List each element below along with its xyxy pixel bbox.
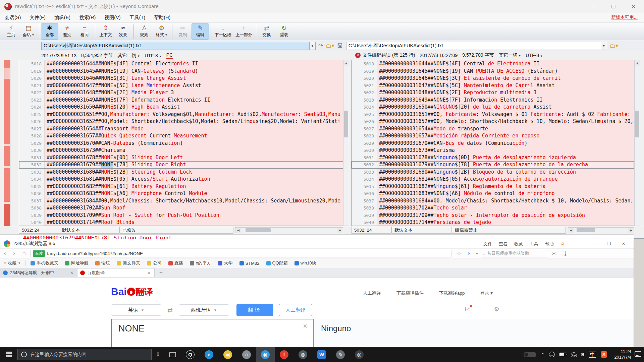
right-vertical-scrollbar[interactable]: ▲ bbox=[634, 60, 640, 226]
open-folder-icon[interactable]: 🗀▾ bbox=[610, 42, 619, 49]
sogou-icon[interactable]: S bbox=[601, 351, 607, 358]
editor-row-5038[interactable]: 5038##00000000031702##Techo solar bbox=[352, 204, 634, 212]
bookmark-item-9[interactable]: QQ邮箱 bbox=[263, 260, 291, 266]
browser-menu-2[interactable]: 收藏 bbox=[512, 241, 526, 247]
editor-row-5033[interactable]: 5033##00000000031680##NONE$[2B] Steering… bbox=[19, 169, 349, 176]
bookmark-item-5[interactable]: 直播 bbox=[165, 260, 186, 266]
new-version-link[interactable]: 新版本可用... bbox=[611, 14, 638, 20]
hot-search-box[interactable]: ⌕ 昔日恩师患重病获资助 bbox=[481, 250, 548, 257]
editor-row-5020[interactable]: 5020##00000000031646##NONE$[3C] El asist… bbox=[352, 75, 634, 82]
browser-titlebar[interactable]: 2345加速浏览器 8.6 文件查看收藏工具帮助 🕭 ─ ❐ ✕ bbox=[0, 239, 634, 249]
file-explorer-icon[interactable]: ▣ bbox=[218, 347, 237, 362]
baidu-header-link-1[interactable]: 下载翻译插件 bbox=[396, 290, 424, 296]
bc-menu-item-4[interactable]: 视图(V) bbox=[100, 14, 125, 21]
browser-menu-4[interactable]: 帮助 bbox=[542, 241, 556, 247]
left-scroll-thumb[interactable] bbox=[344, 111, 348, 137]
toolbar-button-16[interactable]: ↓下一区段 bbox=[213, 23, 233, 40]
scroll-left-icon[interactable]: ◀ bbox=[235, 228, 241, 233]
store-icon[interactable]: ⌂ bbox=[237, 347, 256, 362]
editor-row-5025[interactable]: 5025##00000000031651##00, Fabricante: Vo… bbox=[352, 111, 634, 118]
bookmark-item-2[interactable]: 论坛 bbox=[92, 260, 113, 266]
editor-row-5032[interactable]: 5032##00000000031679##NONE$[78] Sliding … bbox=[19, 161, 349, 169]
minimize-button[interactable]: ─ bbox=[583, 0, 603, 13]
taskbar-clock[interactable]: 11:24 2017/7/4 bbox=[614, 349, 631, 360]
scroll-left-icon[interactable]: ◀ bbox=[568, 228, 574, 233]
hidden-icons-chevron[interactable]: ⌃ bbox=[541, 352, 544, 357]
right-editor-pane[interactable]: 5018##00000000031644##NONE$[4F] Central … bbox=[351, 60, 634, 226]
save-icon[interactable]: 🖫 bbox=[337, 43, 343, 49]
toolbar-button-13[interactable]: ⇨复制 bbox=[174, 23, 192, 40]
toolbar-button-3[interactable]: ✱全部 bbox=[41, 23, 58, 40]
toolbar-button-17[interactable]: ↑上一部分 bbox=[233, 23, 254, 40]
bookmark-item-3[interactable]: 新文件夹 bbox=[113, 260, 144, 266]
forward-icon[interactable]: › bbox=[9, 250, 18, 256]
editor-row-5031[interactable]: 5031##00000000031678##Ninguno$[0D] Puert… bbox=[352, 154, 634, 162]
editor-row-5019[interactable]: 5019##00000000031645##NONE$[19] CAN-Gate… bbox=[19, 68, 349, 75]
session-swap-icon[interactable]: ↷ bbox=[318, 42, 323, 49]
scroll-up-icon[interactable]: ▲ bbox=[343, 60, 349, 66]
microphone-icon[interactable]: 🎙 bbox=[152, 352, 165, 357]
editor-row-5029[interactable]: 5029##00000000031670##CAN-Bus de datos (… bbox=[352, 140, 634, 147]
editor-row-5036[interactable]: 5036##00000000031683##NONE$[A6] Módulo d… bbox=[352, 190, 634, 197]
editor-row-5038[interactable]: 5038##00000000031702##Sun Roof bbox=[19, 204, 349, 212]
browser-menu-3[interactable]: 工具 bbox=[527, 241, 541, 247]
left-editor-pane[interactable]: 5018##00000000031644##NONE$[4F] Central … bbox=[19, 60, 349, 226]
left-encoding-dropdown[interactable]: UTF-8▼ bbox=[145, 53, 162, 58]
editor-row-5018[interactable]: 5018##00000000031644##NONE$[4F] Central … bbox=[19, 60, 349, 68]
bookmark-item-6[interactable]: x的平方 bbox=[186, 260, 215, 266]
volume-icon[interactable]: ))) bbox=[582, 353, 584, 356]
toolbar-button-0[interactable]: ⚡主页 bbox=[2, 23, 20, 40]
bookmark-item-8[interactable]: STM32 bbox=[236, 260, 263, 266]
bc-menu-item-5[interactable]: 工具(T) bbox=[125, 14, 150, 21]
task-view-icon[interactable] bbox=[169, 352, 176, 357]
diff-map-gutter[interactable] bbox=[4, 60, 10, 226]
editor-row-5027[interactable]: 5027##00000000031654##Transport Mode bbox=[19, 125, 349, 133]
favorite-star-icon[interactable]: ☆ bbox=[454, 250, 464, 257]
editor-row-5040[interactable]: 5040##00000000031714##Persianas de tejad… bbox=[352, 219, 634, 226]
edge-icon[interactable]: e bbox=[200, 347, 218, 362]
toolbar-button-10[interactable]: ♙规则 bbox=[136, 23, 153, 40]
bc-menu-item-2[interactable]: 编辑(E) bbox=[50, 14, 75, 21]
baidu-header-link-0[interactable]: 人工翻译 bbox=[363, 290, 381, 296]
baidu-translate-logo[interactable]: Bai翻译 bbox=[111, 286, 153, 298]
editor-row-5022[interactable]: 5022##00000000031648##NONE$[2E] Media Pl… bbox=[19, 89, 349, 97]
toolbar-button-7[interactable]: ⇕上下文 bbox=[97, 23, 114, 40]
editor-row-5019[interactable]: 5019##00000000031645##NONE$[19] CAN PUER… bbox=[352, 68, 634, 75]
right-encoding-dropdown[interactable]: UTF-8▼ bbox=[526, 53, 543, 58]
left-horizontal-scrollbar[interactable]: ◀ ▶ bbox=[235, 227, 343, 233]
editor-row-5025[interactable]: 5025##00000000031651##00,Manufacturer: V… bbox=[19, 111, 349, 118]
editor-row-5024[interactable]: 5024##00000000031650##NINGUNO$[20] de lu… bbox=[352, 104, 634, 111]
browser-maximize-button[interactable]: ❐ bbox=[601, 239, 616, 249]
close-button[interactable]: ✕ bbox=[624, 0, 644, 13]
input-language-indicator[interactable]: 中 bbox=[589, 352, 596, 358]
bc-menu-item-6[interactable]: 帮助(H) bbox=[150, 14, 175, 21]
toolbar-button-1[interactable]: ▤会话▼ bbox=[20, 23, 37, 40]
editor-row-5018[interactable]: 5018##00000000031644##NONE$[4F] Central … bbox=[352, 60, 634, 68]
back-icon[interactable]: ‹ bbox=[0, 250, 9, 256]
diff-map-viewport[interactable] bbox=[4, 68, 10, 79]
editor-row-5030[interactable]: 5030##00000000031673##Charisma bbox=[19, 147, 349, 154]
action-center-icon[interactable] bbox=[635, 351, 641, 357]
home-icon[interactable]: ⌂ bbox=[19, 250, 30, 256]
right-horizontal-scrollbar[interactable]: ◀ ▶ bbox=[568, 227, 634, 233]
scroll-up-icon[interactable]: ▲ bbox=[635, 60, 640, 66]
tray-toggle[interactable] bbox=[524, 352, 536, 357]
browser-menu-0[interactable]: 文件 bbox=[481, 241, 495, 247]
bc-titlebar[interactable]: rawdict(1).txt <--> esdict(1).txt* - 文本比… bbox=[0, 0, 644, 13]
left-vertical-scrollbar[interactable]: ▲ bbox=[343, 60, 349, 226]
editor-row-5028[interactable]: 5028##00000000031657##Medición rápida Co… bbox=[352, 132, 634, 140]
human-translate-button[interactable]: 人工翻译 bbox=[279, 304, 312, 316]
editor-row-5033[interactable]: 5033##00000000031680##Ninguno$[2B] Bloqu… bbox=[352, 169, 634, 176]
editor-row-5040[interactable]: 5040##00000000031714##Roof Blinds bbox=[19, 219, 349, 226]
editor-row-5039[interactable]: 5039##00000000031709##Sun Roof - Switch … bbox=[19, 212, 349, 219]
editor-row-5030[interactable]: 5030##00000000031673##Carisma bbox=[352, 147, 634, 154]
editor-row-5022[interactable]: 5022##00000000031648##NONE$[2E] Reproduc… bbox=[352, 89, 634, 97]
baidu-header-link-2[interactable]: 下载翻译app bbox=[439, 290, 465, 296]
translate-button[interactable]: 翻译 bbox=[236, 304, 273, 316]
translate-input-text[interactable]: NONE bbox=[118, 323, 145, 334]
favorites-menu[interactable]: ≡ 收藏 ▼ bbox=[0, 260, 24, 266]
maximize-button[interactable]: ☐ bbox=[603, 0, 624, 13]
scroll-right-icon[interactable]: ▶ bbox=[628, 228, 634, 233]
left-path-dropdown-icon[interactable]: ▼ bbox=[310, 42, 316, 50]
editor-row-5031[interactable]: 5031##00000000031678##NONE$[0D] Sliding … bbox=[19, 154, 349, 162]
